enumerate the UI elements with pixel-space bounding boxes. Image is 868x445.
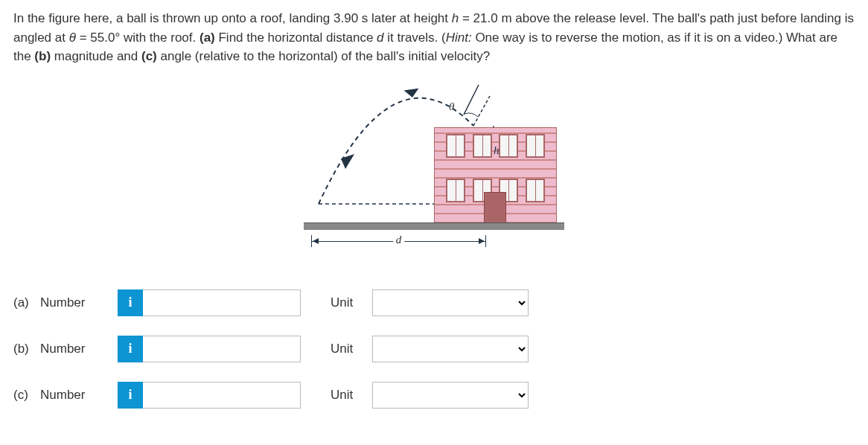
answer-row-c: (c) Number i Unit bbox=[13, 382, 855, 409]
svg-marker-0 bbox=[341, 154, 354, 169]
number-label-b: Number bbox=[40, 342, 85, 356]
figure-container: θ h d bbox=[13, 81, 855, 245]
unit-label-b: Unit bbox=[331, 342, 359, 356]
building-icon bbox=[434, 127, 557, 224]
svg-marker-1 bbox=[404, 88, 420, 98]
part-b-letter: (b) bbox=[13, 342, 28, 356]
h-label: h bbox=[494, 144, 500, 157]
physics-figure: θ h d bbox=[311, 81, 557, 245]
answer-section: (a) Number i Unit (b) Number i Unit (c) … bbox=[13, 289, 855, 409]
info-icon[interactable]: i bbox=[118, 336, 143, 362]
unit-select-b[interactable] bbox=[372, 336, 529, 362]
part-a-letter: (a) bbox=[13, 295, 28, 310]
part-c-letter: (c) bbox=[13, 388, 28, 403]
ground-line bbox=[304, 222, 564, 230]
unit-select-c[interactable] bbox=[372, 382, 529, 409]
answer-row-b: (b) Number i Unit bbox=[13, 336, 855, 362]
number-input-a[interactable] bbox=[143, 289, 301, 316]
info-icon[interactable]: i bbox=[118, 382, 143, 409]
unit-select-a[interactable] bbox=[372, 289, 529, 316]
d-dimension: d bbox=[311, 234, 486, 249]
problem-statement: In the figure here, a ball is thrown up … bbox=[13, 9, 855, 66]
svg-line-2 bbox=[464, 85, 479, 115]
number-input-c[interactable] bbox=[143, 382, 301, 409]
unit-label-c: Unit bbox=[331, 388, 359, 403]
number-label-c: Number bbox=[40, 388, 85, 403]
number-label-a: Number bbox=[40, 295, 85, 310]
info-icon[interactable]: i bbox=[118, 289, 143, 316]
number-input-b[interactable] bbox=[143, 336, 301, 362]
theta-label: θ bbox=[449, 100, 454, 113]
answer-row-a: (a) Number i Unit bbox=[13, 289, 855, 316]
unit-label-a: Unit bbox=[331, 295, 359, 310]
svg-line-3 bbox=[473, 96, 490, 126]
